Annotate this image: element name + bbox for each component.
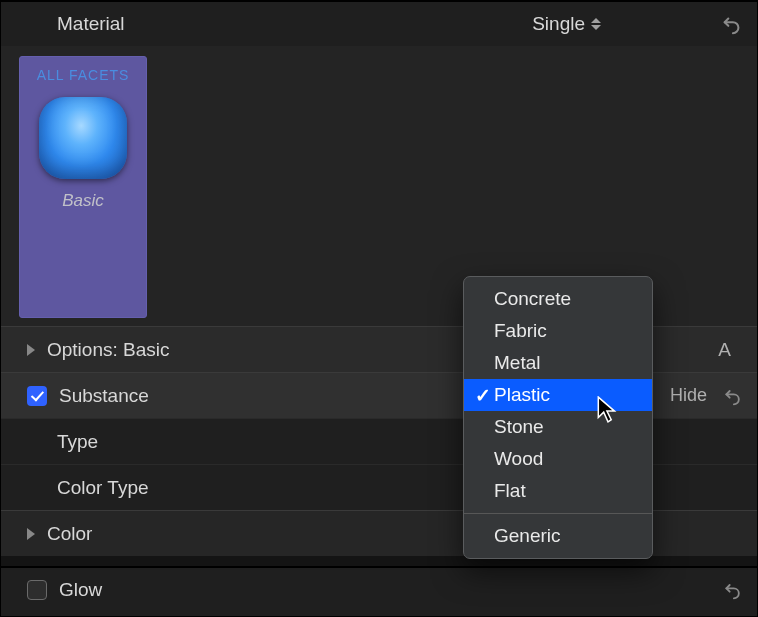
hide-button[interactable]: Hide xyxy=(670,385,707,406)
material-swatch-icon xyxy=(39,97,127,179)
add-layer-label[interactable]: A xyxy=(718,339,731,361)
popup-item-metal[interactable]: Metal xyxy=(464,347,652,379)
glow-checkbox[interactable] xyxy=(27,580,47,600)
popup-item-generic[interactable]: Generic xyxy=(464,520,652,552)
facet-material-name: Basic xyxy=(62,191,104,211)
popup-item-label: Concrete xyxy=(494,288,571,310)
glow-label: Glow xyxy=(59,579,723,601)
undo-icon[interactable] xyxy=(721,13,743,35)
disclosure-triangle-icon[interactable] xyxy=(27,528,35,540)
popup-item-stone[interactable]: Stone xyxy=(464,411,652,443)
material-mode-label: Single xyxy=(532,13,585,35)
material-title: Material xyxy=(57,13,532,35)
facet-tile-header: ALL FACETS xyxy=(37,67,130,83)
disclosure-triangle-icon[interactable] xyxy=(27,344,35,356)
facet-tile-all[interactable]: ALL FACETS Basic xyxy=(19,56,147,318)
popup-item-label: Flat xyxy=(494,480,526,502)
popup-item-fabric[interactable]: Fabric xyxy=(464,315,652,347)
material-header-row: Material Single xyxy=(1,2,757,46)
popup-item-label: Generic xyxy=(494,525,561,547)
substance-checkbox[interactable] xyxy=(27,386,47,406)
popup-item-plastic[interactable]: ✓ Plastic xyxy=(464,379,652,411)
popup-item-concrete[interactable]: Concrete xyxy=(464,283,652,315)
popup-item-label: Fabric xyxy=(494,320,547,342)
popup-item-label: Wood xyxy=(494,448,543,470)
material-mode-select[interactable]: Single xyxy=(532,13,601,35)
check-icon: ✓ xyxy=(472,384,494,407)
popup-item-wood[interactable]: Wood xyxy=(464,443,652,475)
substance-popup-menu: Concrete Fabric Metal ✓ Plastic Stone Wo… xyxy=(463,276,653,559)
up-down-icon xyxy=(591,18,601,30)
popup-item-flat[interactable]: Flat xyxy=(464,475,652,507)
popup-item-label: Plastic xyxy=(494,384,550,406)
undo-icon[interactable] xyxy=(723,580,743,600)
popup-item-label: Stone xyxy=(494,416,544,438)
glow-row: Glow xyxy=(1,566,757,612)
undo-icon[interactable] xyxy=(723,386,743,406)
popup-separator xyxy=(464,513,652,514)
popup-item-label: Metal xyxy=(494,352,540,374)
